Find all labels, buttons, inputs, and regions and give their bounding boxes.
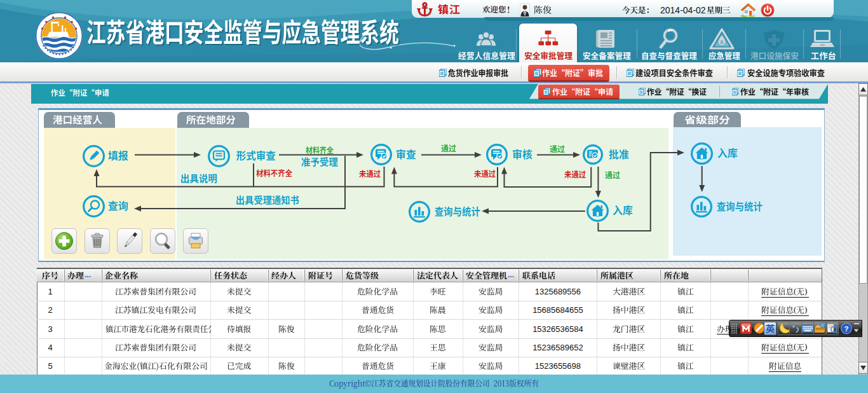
svg-text:?: ?	[844, 325, 848, 333]
